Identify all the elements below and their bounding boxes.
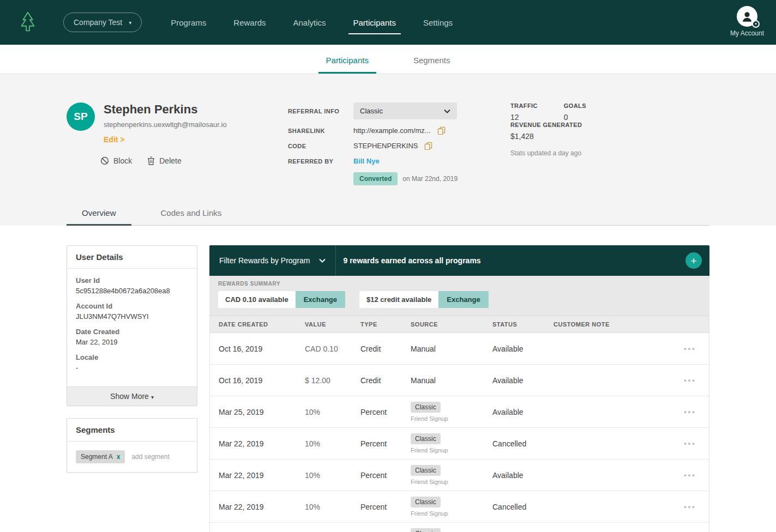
stat-label: TRAFFIC — [510, 102, 538, 109]
stat-goals: GOALS0 — [564, 102, 586, 122]
rewards-table-body: Oct 16, 2019CAD 0.10CreditManualAvailabl… — [210, 333, 709, 532]
show-more-label: Show More — [110, 392, 149, 401]
row-menu-button[interactable]: ●●● — [671, 473, 709, 478]
account-label: My Account — [730, 29, 764, 37]
column-header-type: TYPE — [360, 321, 411, 328]
copy-icon — [424, 142, 432, 150]
filter-rewards-dropdown[interactable]: Filter Rewards by Program — [209, 245, 336, 276]
add-segment-input[interactable]: add segment — [131, 453, 169, 461]
block-button[interactable]: Block — [100, 156, 132, 165]
table-row: Mar 22, 201910%PercentClassicFriend Sign… — [210, 460, 709, 491]
code-value: STEPHENPERKINS — [353, 142, 418, 150]
nav-item-analytics[interactable]: Analytics — [279, 0, 339, 45]
cell-status: Available — [492, 376, 554, 385]
field-label: Account Id — [76, 302, 188, 310]
code-label: CODE — [288, 143, 353, 149]
edit-link[interactable]: Edit > — [104, 135, 125, 144]
exchange-button[interactable]: Exchange — [296, 291, 345, 308]
cell-source: ClassicFriend Signup — [411, 433, 492, 454]
converted-date: on Mar 22nd, 2019 — [402, 175, 458, 183]
participant-email: stephenperkins.uexwltgh@mailosaur.io — [104, 120, 227, 129]
row-menu-button[interactable]: ●●● — [671, 346, 709, 352]
company-logo-icon — [15, 10, 40, 35]
cell-source: ClassicFriend Signup — [411, 497, 492, 517]
row-menu-button[interactable]: ●●● — [671, 378, 709, 383]
column-header-value: VALUE — [305, 321, 360, 328]
participant-identity: SP Stephen Perkins stephenperkins.uexwlt… — [67, 102, 288, 185]
exchange-button[interactable]: Exchange — [438, 291, 488, 308]
copy-code-button[interactable] — [424, 142, 432, 150]
stat-value: 0 — [564, 113, 586, 122]
referral-info-label: REFERRAL INFO — [288, 108, 353, 114]
source-program-badge: Classic — [411, 465, 441, 476]
filter-rewards-label: Filter Rewards by Program — [219, 256, 310, 265]
chevron-down-icon — [444, 109, 450, 113]
field-label: User Id — [76, 276, 188, 285]
nav-item-participants[interactable]: Participants — [340, 0, 410, 45]
chevron-down-icon — [319, 258, 326, 263]
stat-traffic: TRAFFIC12 — [510, 102, 538, 122]
segments-card: Segments Segment A x add segment — [67, 418, 197, 473]
tab-participants[interactable]: Participants — [318, 47, 376, 74]
caret-down-icon: ▾ — [752, 20, 760, 28]
cell-date: Oct 16, 2019 — [219, 344, 305, 353]
field-label: Locale — [76, 353, 188, 361]
stats-updated-text: Stats updated a day ago — [510, 149, 709, 157]
caret-down-icon: ▾ — [151, 394, 154, 400]
row-menu-button[interactable]: ●●● — [671, 409, 709, 415]
nav-item-settings[interactable]: Settings — [410, 0, 466, 45]
cell-source: ClassicFriend Signup — [411, 402, 492, 422]
company-selector[interactable]: Company Test ▾ — [63, 13, 142, 32]
nav-item-programs[interactable]: Programs — [157, 0, 220, 45]
cell-type: Credit — [360, 344, 411, 353]
account-menu[interactable]: ▾ My Account — [730, 6, 764, 37]
subtab-codes-and-links[interactable]: Codes and Links — [146, 202, 237, 226]
show-more-button[interactable]: Show More▾ — [67, 386, 197, 406]
delete-button[interactable]: Delete — [147, 156, 181, 165]
source-program-badge: Classic — [411, 402, 441, 413]
rewards-panel: Filter Rewards by Program 9 rewards earn… — [209, 245, 709, 532]
cell-status: Available — [492, 471, 554, 480]
referred-by-link[interactable]: Bill Nye — [353, 157, 380, 165]
nav-item-rewards[interactable]: Rewards — [220, 0, 279, 45]
source-reason: Friend Signup — [411, 415, 492, 422]
cell-value: 10% — [305, 408, 360, 416]
top-navigation: Company Test ▾ ProgramsRewardsAnalyticsP… — [0, 0, 776, 45]
referral-info: REFERRAL INFO Classic SHARELINK http://e… — [288, 102, 510, 185]
add-reward-button[interactable]: + — [685, 252, 702, 269]
program-select-value: Classic — [360, 107, 383, 115]
copy-sharelink-button[interactable] — [437, 126, 446, 135]
subtab-overview[interactable]: Overview — [67, 202, 131, 226]
balance-group: $12 credit available Exchange — [359, 291, 489, 308]
row-menu-button[interactable]: ●●● — [671, 504, 709, 510]
program-select[interactable]: Classic — [353, 102, 457, 119]
tab-segments[interactable]: Segments — [406, 47, 458, 74]
rewards-table: DATE CREATEDVALUETYPESOURCESTATUSCUSTOME… — [209, 316, 709, 532]
converted-badge: Converted — [353, 172, 398, 185]
trash-icon — [147, 156, 155, 165]
cell-status: Cancelled — [492, 439, 554, 448]
remove-segment-button[interactable]: x — [117, 453, 121, 461]
rewards-count-text: 9 rewards earned across all programs — [336, 256, 686, 265]
left-sidebar: User Details User Id5c951288e4b0672a6a20… — [67, 245, 197, 485]
cell-source: ClassicFriend Signup — [411, 465, 492, 485]
row-menu-button[interactable]: ●●● — [671, 441, 709, 446]
cell-type: Percent — [360, 408, 411, 416]
segment-tag: Segment A x — [76, 450, 125, 463]
field-value: Mar 22, 2019 — [76, 338, 188, 346]
cell-type: Percent — [360, 439, 411, 448]
table-row: Oct 16, 2019CAD 0.10CreditManualAvailabl… — [210, 333, 709, 365]
segment-tag-label: Segment A — [81, 453, 113, 461]
account-avatar: ▾ — [737, 6, 757, 27]
main-content: User Details User Id5c951288e4b0672a6a20… — [0, 226, 776, 532]
delete-label: Delete — [159, 156, 181, 165]
cell-source: Manual — [411, 344, 492, 353]
cell-date: Mar 22, 2019 — [219, 471, 305, 480]
topnav-items: ProgramsRewardsAnalyticsParticipantsSett… — [157, 0, 466, 45]
block-label: Block — [113, 156, 132, 165]
cell-type: Percent — [360, 503, 411, 511]
user-details-fields: User Id5c951288e4b0672a6a208ea8Account I… — [67, 269, 197, 386]
source-reason: Friend Signup — [411, 510, 492, 517]
reward-balances: CAD 0.10 available Exchange $12 credit a… — [218, 291, 701, 308]
balance-amount: $12 credit available — [359, 291, 438, 308]
